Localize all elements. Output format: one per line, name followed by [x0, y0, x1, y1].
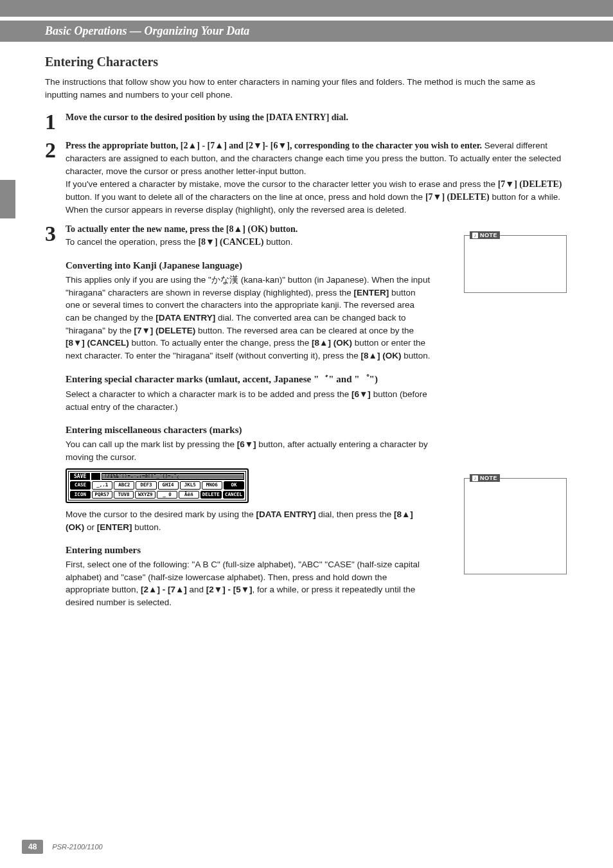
numbers-heading: Entering numbers: [66, 545, 431, 556]
lcd-cell: DEF3: [136, 481, 156, 489]
special-paragraph: Select a character to which a character …: [66, 388, 431, 413]
step-1-text-b: dial.: [329, 112, 348, 122]
step-2-line3a: If you've entered a character by mistake…: [66, 179, 498, 189]
kanji-del-btn: [7▼] (DELETE): [134, 326, 195, 335]
kanji-ok-btn2: [8▲] (OK): [361, 351, 402, 360]
step-1-text-a: Move the cursor to the desired position …: [66, 112, 266, 122]
page-title: Entering Characters: [45, 55, 568, 69]
intro-text: The instructions that follow show you ho…: [45, 76, 568, 101]
misc-paragraph-2: Move the cursor to the desired mark by u…: [66, 508, 431, 533]
step-2: 2 Press the appropriate button, [2▲] - […: [45, 139, 568, 217]
lcd-row-1: CASE_,.1ABC2DEF3GHI4JKL5MNO6OK: [70, 481, 244, 489]
step-2-lead-b: , corresponding to the character you wis…: [290, 141, 482, 150]
misc-paragraph-1: You can call up the mark list by pressin…: [66, 438, 431, 463]
kanji-heading: Converting into Kanji (Japanese language…: [66, 260, 431, 271]
note-label-2: NOTE: [480, 475, 497, 481]
lcd-cell: DELETE: [200, 491, 222, 499]
lcd-cell: MNO6: [202, 481, 222, 489]
step-1-number: 1: [45, 111, 66, 133]
step-2-del-btn: [7▼] (DELETE): [498, 179, 562, 189]
section-header: Basic Operations — Organizing Your Data: [0, 21, 613, 42]
misc-p2a: Move the cursor to the desired mark by u…: [66, 509, 256, 519]
lcd-cell: CANCEL: [223, 491, 244, 499]
numbers-btns1: [2▲] - [7▲]: [141, 585, 187, 594]
kanji-p1h: button.: [401, 351, 430, 360]
lcd-cell: CASE: [70, 481, 91, 489]
kanji-paragraph: This applies only if you are using the "…: [66, 274, 431, 362]
kanji-p1e: button. The reversed area can be cleared…: [195, 326, 414, 335]
numbers-btns2: [2▼] - [5▼]: [206, 585, 253, 594]
misc-p1a: You can call up the mark list by pressin…: [66, 439, 237, 449]
lcd-cell: GHI4: [158, 481, 179, 489]
lcd-cell: WXYZ9: [135, 491, 155, 499]
step-3-bold-b: button.: [268, 224, 298, 234]
step-2-del-btn2: [7▼] (DELETE): [425, 192, 490, 202]
note-box-1: ♪NOTE: [464, 235, 567, 293]
note-badge-1: ♪NOTE: [470, 231, 500, 239]
misc-btn: [6▼]: [237, 439, 256, 449]
lcd-marks-text: !#$%&'()+,-.;=@[]^_`{}~¡°¿: [104, 474, 179, 479]
manual-name: PSR-2100/1100: [52, 843, 102, 851]
step-3-bold-a: To actually enter the new name, press th…: [66, 224, 226, 234]
kanji-p1f: button. To actually enter the change, pr…: [129, 338, 312, 348]
step-3-ok-btn: [8▲] (OK): [226, 224, 268, 234]
lcd-cell: _ 0: [157, 491, 177, 499]
kanji-ok-btn: [8▲] (OK): [312, 338, 352, 348]
step-2-line3b: button. If you want to delete all of the…: [66, 192, 425, 202]
lcd-cell: PQRS7: [92, 491, 112, 499]
page-number: 48: [22, 840, 43, 854]
lcd-save-label: SAVE: [70, 473, 90, 480]
lcd-marks-strip: !#$%&'()+,-.;=@[]^_`{}~¡°¿: [102, 473, 244, 480]
step-1-button: [DATA ENTRY]: [266, 112, 329, 122]
step-2-lead-a: Press the appropriate button,: [66, 141, 181, 150]
misc-heading: Entering miscellaneous characters (marks…: [66, 425, 431, 436]
step-3-line2a: To cancel the operation, press the: [66, 237, 198, 247]
step-2-btn-range: [2▲] - [7▲] and [2▼]- [6▼]: [181, 141, 290, 150]
misc-p2d: button.: [132, 522, 161, 532]
numbers-p1b: and: [187, 585, 206, 594]
kanji-cancel-btn: [8▼] (CANCEL): [66, 338, 129, 348]
top-gray-bar: [0, 0, 613, 17]
misc-de-btn: [DATA ENTRY]: [256, 509, 315, 519]
note-label-1: NOTE: [480, 232, 497, 238]
kanji-kana: かな漢: [211, 275, 238, 285]
lcd-row-2: ICONPQRS7TUV8WXYZ9_ 0ÄëñDELETECANCEL: [70, 491, 244, 499]
lcd-cell: ABC2: [114, 481, 134, 489]
misc-p2b: dial, then press the: [315, 509, 394, 519]
special-btn: [6▼]: [351, 389, 371, 399]
note-box-2: ♪NOTE: [464, 478, 567, 574]
numbers-paragraph: First, select one of the following: "A B…: [66, 558, 431, 608]
side-tab: [0, 180, 15, 218]
special-p1a: Select a character to which a character …: [66, 389, 351, 399]
kanji-enter-btn: [ENTER]: [354, 288, 389, 297]
lcd-cell: _,.1: [92, 481, 112, 489]
step-3-cancel-btn: [8▼] (CANCEL): [198, 237, 263, 247]
lcd-icon: [91, 473, 100, 480]
lcd-cell: ICON: [70, 491, 91, 499]
step-3-number: 3: [45, 223, 66, 245]
kanji-de-btn: [DATA ENTRY]: [155, 313, 215, 323]
lcd-screenshot: SAVE !#$%&'()+,-.;=@[]^_`{}~¡°¿ CASE_,.1…: [66, 468, 249, 503]
misc-enter-btn: [ENTER]: [97, 522, 132, 532]
lcd-cell: JKL5: [180, 481, 200, 489]
misc-p2c: or: [84, 522, 97, 532]
step-3-line2b: button.: [264, 237, 293, 247]
lcd-cell: TUV8: [114, 491, 134, 499]
note-badge-2: ♪NOTE: [470, 474, 500, 482]
step-1: 1 Move the cursor to the desired positio…: [45, 111, 568, 133]
step-2-number: 2: [45, 139, 66, 161]
kanji-p1a: This applies only if you are using the ": [66, 275, 211, 285]
special-heading: Entering special character marks (umlaut…: [66, 373, 431, 385]
lcd-cell: Äëñ: [179, 491, 199, 499]
page-footer: 48 PSR-2100/1100: [0, 840, 613, 854]
lcd-cell: OK: [224, 481, 244, 489]
